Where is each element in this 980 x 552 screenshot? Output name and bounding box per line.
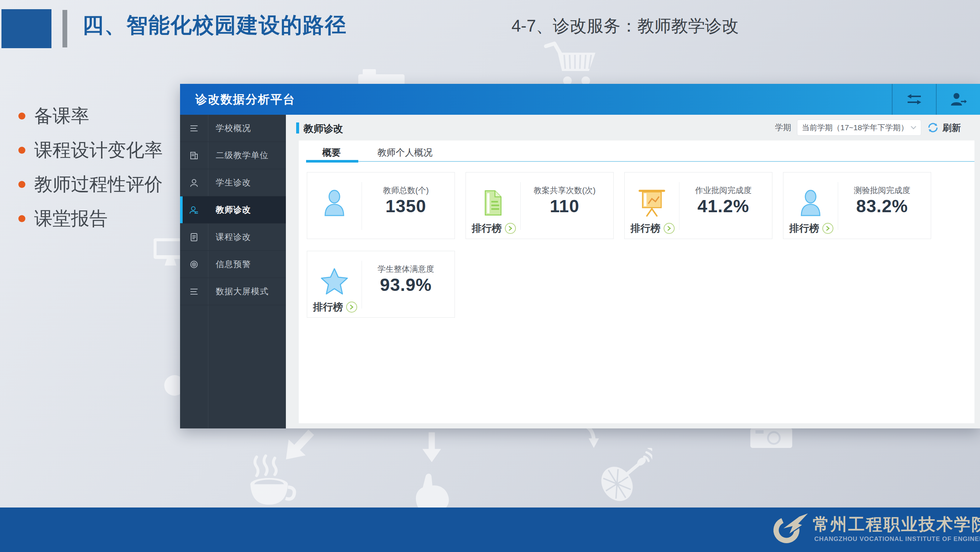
homework-board-icon [637, 186, 667, 220]
stat-card-teacher-total: 教师总数(个) 1350 [307, 172, 455, 239]
person-icon [796, 186, 825, 220]
building-icon [180, 142, 208, 169]
document-icon [180, 223, 208, 250]
ranking-link[interactable]: 排行榜 [789, 222, 834, 235]
chevron-right-icon [663, 223, 675, 234]
star-icon [320, 265, 349, 298]
stat-card-quiz-review: 测验批阅完成度 83.2% 排行榜 [783, 172, 931, 239]
shopping-cart-watermark-icon [543, 40, 598, 89]
sidebar-item-teacher-diagnosis[interactable]: 教师诊改 [180, 196, 286, 223]
semester-select[interactable]: 当前学期（17~18学年下学期） [797, 120, 921, 136]
semester-label: 学期 [775, 122, 791, 133]
lesson-plan-icon [479, 186, 508, 220]
stat-card-homework-review: 作业批阅完成度 41.2% 排行榜 [624, 172, 772, 239]
swap-button[interactable] [892, 84, 936, 115]
refresh-icon [927, 122, 939, 134]
logout-user-icon [950, 92, 967, 106]
chevron-down-icon [910, 126, 916, 130]
bullet-dot [18, 147, 25, 154]
ranking-link[interactable]: 排行榜 [630, 222, 675, 235]
bullet-dot [18, 181, 25, 188]
bullet-item: 教师过程性评价 [18, 175, 163, 193]
sidebar-item-student-diagnosis[interactable]: 学生诊改 [180, 169, 286, 196]
tab-baseline [358, 161, 975, 162]
sidebar-item-secondary-units[interactable]: 二级教学单位 [180, 142, 286, 169]
bullet-dot [18, 113, 25, 120]
school-name: 常州工程职业技术学院 [813, 514, 980, 536]
tab-teacher-profile[interactable]: 教师个人概况 [377, 146, 433, 158]
content-panel: 概要 教师个人概况 教师总数(个) [299, 140, 975, 423]
down-arrow-watermark-icon [420, 429, 444, 466]
stat-card-student-satisfaction: 学生整体满意度 93.9% 排行榜 [307, 251, 455, 318]
footer: 常州工程职业技术学院 CHANGZHOU VOCATIONAL INSTITUT… [0, 507, 980, 552]
satellite-watermark-icon [592, 448, 652, 507]
school-name-en: CHANGZHOU VOCATIONAL INSTITUTE OF ENGINE… [814, 536, 980, 543]
bullet-item: 课程设计变化率 [18, 141, 163, 159]
teacher-icon [180, 196, 208, 223]
target-icon [180, 251, 208, 278]
slide-subtitle: 4-7、诊改服务：教师教学诊改 [512, 15, 738, 38]
stat-cards: 教师总数(个) 1350 [307, 172, 967, 318]
sidebar-item-big-screen-mode[interactable]: 数据大屏模式 [180, 278, 286, 305]
title-accent-square [2, 9, 51, 48]
slide-title: 四、智能化校园建设的路径 [82, 11, 347, 40]
slide-canvas: 四、智能化校园建设的路径 4-7、诊改服务：教师教学诊改 备课率 课程设计变化率… [0, 0, 980, 552]
list-icon [180, 115, 208, 142]
sidebar-item-info-warning[interactable]: 信息预警 [180, 251, 286, 278]
chevron-right-icon [505, 223, 516, 234]
chevron-right-icon [346, 302, 357, 313]
title-accent-rule [62, 10, 67, 48]
refresh-button[interactable]: 刷新 [927, 122, 961, 134]
app-brand: 诊改数据分析平台 [196, 84, 296, 115]
page-title-accent [296, 123, 299, 134]
user-button[interactable] [936, 84, 980, 115]
person-icon [320, 186, 349, 220]
active-tab-underline [306, 160, 358, 163]
screen-lines-icon [180, 278, 208, 305]
ranking-link[interactable]: 排行榜 [472, 222, 516, 235]
swap-icon [905, 93, 923, 105]
page-title: 教师诊改 [304, 122, 343, 135]
stat-card-lesson-shares: 教案共享次数(次) 110 排行榜 [466, 172, 614, 239]
school-logo-icon [769, 511, 813, 547]
student-icon [180, 169, 208, 196]
sidebar-item-school-overview[interactable]: 学校概况 [180, 115, 286, 142]
ranking-link[interactable]: 排行榜 [313, 300, 357, 314]
tab-bar: 概要 教师个人概况 [299, 140, 975, 163]
bullet-item: 课堂报告 [18, 209, 163, 228]
main-content: 教师诊改 学期 当前学期（17~18学年下学期） [286, 115, 980, 428]
chevron-right-icon [822, 223, 834, 234]
bullet-dot [18, 215, 25, 222]
bullet-item: 备课率 [18, 107, 163, 125]
app-window: 诊改数据分析平台 [180, 84, 980, 428]
tab-overview[interactable]: 概要 [322, 146, 340, 158]
hand-watermark-icon [410, 474, 456, 511]
app-header: 诊改数据分析平台 [180, 84, 980, 115]
sidebar-item-course-diagnosis[interactable]: 课程诊改 [180, 223, 286, 251]
bullet-list: 备课率 课程设计变化率 教师过程性评价 课堂报告 [18, 107, 163, 244]
sidebar: 学校概况 二级教学单位 学生诊改 [180, 115, 286, 428]
